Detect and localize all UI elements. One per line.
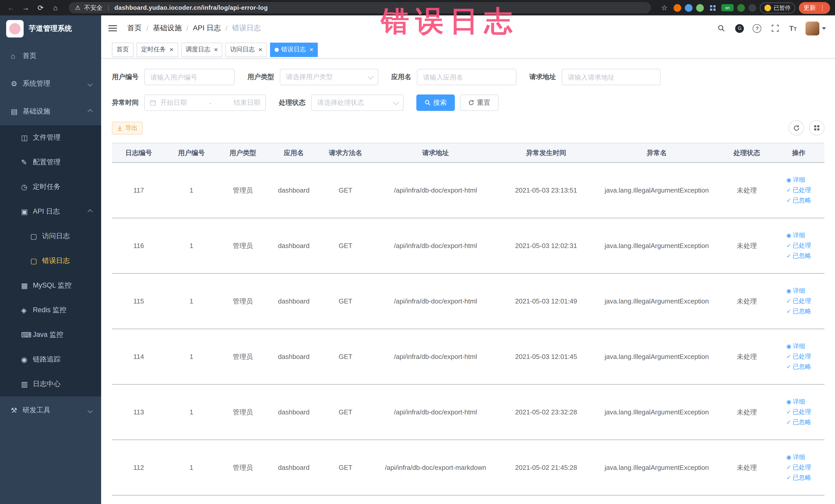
process-status-select[interactable]: 请选择处理状态 [311,95,404,111]
sidebar-item-trace[interactable]: ◉链路追踪 [0,347,101,372]
filter-label: 用户编号 [112,73,139,82]
action-已处理[interactable]: ✓已处理 [787,186,811,195]
extension-icon[interactable] [749,4,756,12]
sidebar-item-infra[interactable]: ▤基础设施 [0,98,101,125]
cell-exception: java.lang.IllegalArgumentException [593,440,720,495]
warning-icon: ⚠ [75,4,81,11]
sidebar-item-api-log[interactable]: ▣API 日志 [0,199,101,224]
user-menu[interactable] [806,21,826,35]
filter-user-type: 用户类型 请选择用户类型 [247,69,378,85]
back-icon[interactable]: ← [5,2,16,13]
user-id-input[interactable] [144,69,235,85]
paused-badge[interactable]: 已暂停 [760,2,795,13]
refresh-button[interactable] [789,120,804,136]
trace-icon: ◉ [21,355,33,364]
action-详细[interactable]: ◉详细 [787,286,805,295]
sidebar-item-error-log[interactable]: ▢错误日志 [0,248,101,273]
content: 用户编号 用户类型 请选择用户类型 应用名 [101,59,835,504]
sidebar-item-config[interactable]: ✎配置管理 [0,150,101,175]
cell-actions: ◉详细✓已处理✓已忽略 [773,274,824,329]
action-已处理[interactable]: ✓已处理 [787,241,811,250]
breadcrumb-item[interactable]: 基础设施 [153,24,182,33]
tab-定时任务[interactable]: 定时任务× [137,42,178,57]
log-icon: ▣ [21,207,33,216]
sidebar-item-log-center[interactable]: ▥日志中心 [0,372,101,397]
sidebar-item-file[interactable]: ◫文件管理 [0,125,101,150]
breadcrumb-item[interactable]: 首页 [127,24,142,33]
action-详细[interactable]: ◉详细 [787,231,805,240]
address-bar[interactable]: ⚠ 不安全 | dashboard.yudao.iocoder.cn/infra… [69,2,651,13]
sidebar-item-access-log[interactable]: ▢访问日志 [0,224,101,248]
export-button[interactable]: 导出 [112,121,143,134]
close-icon[interactable]: × [214,46,218,53]
sidebar-item-dev-tools[interactable]: ⚒研发工具 [0,397,101,424]
action-详细[interactable]: ◉详细 [787,342,805,351]
action-详细[interactable]: ◉详细 [787,398,805,406]
action-详细[interactable]: ◉详细 [787,176,805,184]
sidebar-item-label: 错误日志 [42,256,70,265]
close-icon[interactable]: × [309,46,313,53]
action-已忽略[interactable]: ✓已忽略 [787,251,811,260]
menu-dots-icon[interactable]: ⋮ [819,4,826,11]
tab-访问日志[interactable]: 访问日志× [225,42,267,57]
action-已处理[interactable]: ✓已处理 [787,463,811,472]
bookmark-star-icon[interactable]: ☆ [659,2,670,13]
close-icon[interactable]: × [169,46,173,53]
fullscreen-icon[interactable] [770,23,780,33]
check-icon: ✓ [787,353,791,360]
request-url-input[interactable] [562,69,661,85]
help-icon[interactable]: ? [753,24,761,33]
action-已忽略[interactable]: ✓已忽略 [787,418,811,427]
forward-icon[interactable]: → [20,2,31,13]
search-icon[interactable] [716,23,727,33]
sidebar-item-label: 访问日志 [42,231,70,241]
action-已忽略[interactable]: ✓已忽略 [787,473,811,482]
tab-label: 错误日志 [281,45,306,54]
sidebar-item-redis[interactable]: ◈Redis 监控 [0,298,101,322]
action-已处理[interactable]: ✓已处理 [787,352,811,361]
reload-icon[interactable]: ⟳ [35,2,46,13]
filter-process-status: 处理状态 请选择处理状态 [279,95,404,111]
extension-icon[interactable] [737,4,745,12]
breadcrumb-item[interactable]: API 日志 [193,24,221,33]
action-详细[interactable]: ◉详细 [787,453,805,462]
extension-icon[interactable] [685,4,693,12]
column-settings-button[interactable] [809,120,824,136]
search-button[interactable]: 搜索 [416,95,455,111]
extension-icon[interactable] [674,4,681,12]
cell-actions: ◉详细✓已处理✓已忽略 [773,218,824,274]
action-已忽略[interactable]: ✓已忽略 [787,307,811,316]
sidebar-item-java[interactable]: ⌨Java 监控 [0,322,101,347]
tab-首页[interactable]: 首页 [112,42,134,57]
sidebar-item-job[interactable]: ◷定时任务 [0,175,101,199]
hamburger-icon[interactable] [108,25,117,31]
cell-user_type: 管理员 [218,218,268,274]
update-button[interactable]: 更新 ⋮ [799,2,830,14]
home-icon[interactable]: ⌂ [50,2,61,13]
extension-icon[interactable] [696,4,704,12]
action-已忽略[interactable]: ✓已忽略 [787,196,811,205]
address-divider: | [108,4,109,11]
github-icon[interactable]: G [735,24,744,33]
sidebar-item-mysql[interactable]: ▦MySQL 监控 [0,273,101,298]
sidebar-item-label: 定时任务 [33,182,61,191]
user-type-select[interactable]: 请选择用户类型 [280,69,378,85]
sidebar-item-home[interactable]: ⌂首页 [0,42,101,70]
extensions-grid-icon[interactable] [708,3,718,13]
filter-label: 应用名 [391,73,411,82]
tab-调度日志[interactable]: 调度日志× [181,42,222,57]
eye-icon: ◉ [787,454,791,461]
app-name-input[interactable] [417,69,516,85]
action-已处理[interactable]: ✓已处理 [787,297,811,305]
action-已处理[interactable]: ✓已处理 [787,408,811,417]
action-已忽略[interactable]: ✓已忽略 [787,363,811,371]
font-size-icon[interactable]: TT [789,24,797,33]
breadcrumb-separator: / [186,24,188,32]
close-icon[interactable]: × [258,46,262,53]
reset-button[interactable]: 重置 [460,95,498,111]
sidebar-item-system[interactable]: ⚙系统管理 [0,70,101,98]
extension-on-badge[interactable]: on [721,4,734,11]
tab-错误日志[interactable]: 错误日志× [270,42,318,57]
logo[interactable]: 芋道管理系统 [0,15,101,42]
date-range-picker[interactable]: 开始日期 - 结束日期 [144,95,266,111]
